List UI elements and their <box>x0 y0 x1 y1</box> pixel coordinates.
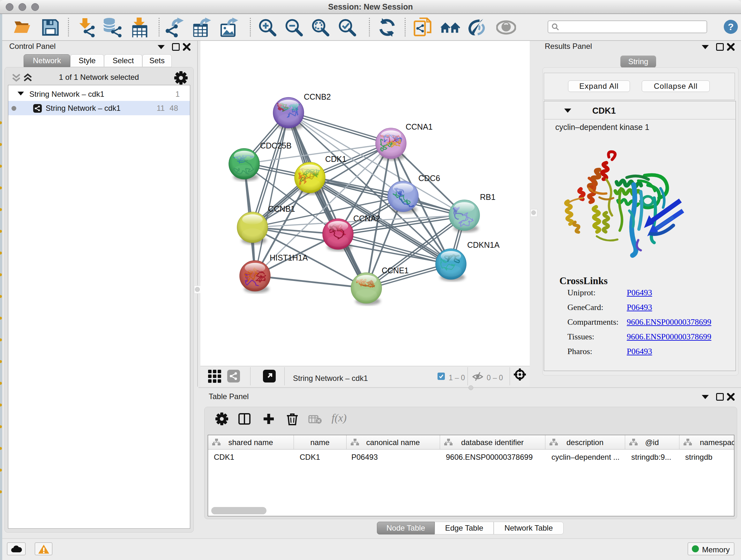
svg-text:CDK1: CDK1 <box>325 154 347 164</box>
svg-text:RB1: RB1 <box>480 192 495 201</box>
svg-text:CCNB1: CCNB1 <box>268 204 295 213</box>
svg-text:CCNE1: CCNE1 <box>382 266 409 275</box>
svg-text:CDC25B: CDC25B <box>260 141 292 150</box>
svg-text:CCNA2: CCNA2 <box>353 214 381 223</box>
svg-text:CDKN1A: CDKN1A <box>467 240 500 249</box>
svg-text:HIST1H1A: HIST1H1A <box>270 253 308 262</box>
svg-text:CCNB2: CCNB2 <box>304 92 331 101</box>
svg-text:CDC6: CDC6 <box>418 174 440 183</box>
svg-text:?: ? <box>728 21 734 32</box>
svg-text:CCNA1: CCNA1 <box>406 122 433 131</box>
